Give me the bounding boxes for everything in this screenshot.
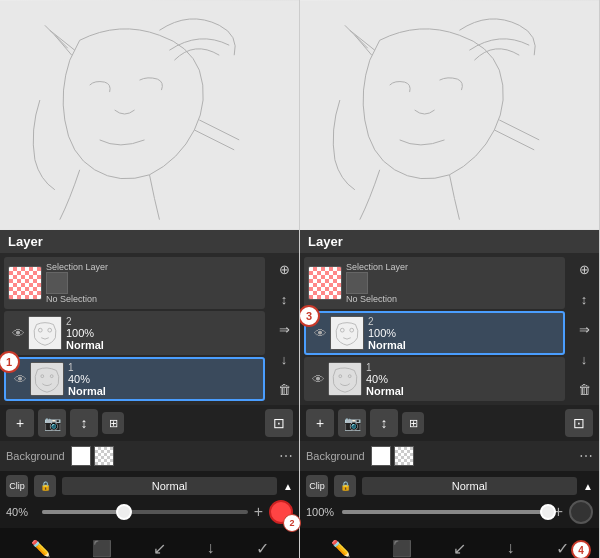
left-move-btn[interactable]: ↕ bbox=[70, 409, 98, 437]
right-alpha-lock-btn[interactable]: 🔒 bbox=[334, 475, 356, 497]
left-alpha-lock-btn[interactable]: 🔒 bbox=[34, 475, 56, 497]
left-layer1-opacity: 40% bbox=[68, 373, 255, 385]
left-layer2-eye[interactable]: 👁 bbox=[8, 323, 28, 343]
right-more-btn[interactable]: ⋯ bbox=[579, 448, 593, 464]
right-opacity-slider[interactable] bbox=[342, 510, 548, 514]
left-layer1-row[interactable]: 1 👁 bbox=[4, 357, 265, 401]
left-sidebar-trash[interactable]: 🗑 bbox=[272, 377, 296, 401]
right-layer1-opacity: 40% bbox=[366, 373, 557, 385]
step-badge-2: 2 bbox=[283, 514, 301, 532]
svg-rect-12 bbox=[300, 0, 599, 229]
right-fill-tool[interactable]: ⬛ bbox=[392, 539, 412, 558]
left-opacity-handle[interactable] bbox=[116, 504, 132, 520]
right-sidebar-arrow[interactable]: ⇒ bbox=[572, 317, 596, 341]
left-blend-chevron[interactable]: ▲ bbox=[283, 481, 293, 492]
right-opacity-handle[interactable] bbox=[540, 504, 556, 520]
right-transform-tool[interactable]: ↓ bbox=[507, 539, 515, 557]
left-layer-title: Layer bbox=[8, 234, 43, 249]
left-layer2-thumb bbox=[28, 316, 62, 350]
left-camera-btn[interactable]: 📷 bbox=[38, 409, 66, 437]
right-layer2-name: 2 bbox=[368, 316, 555, 327]
right-confirm-tool[interactable]: ✓ bbox=[556, 539, 569, 558]
right-selection-info: Selection Layer No Selection bbox=[342, 262, 412, 304]
left-sel-val: No Selection bbox=[46, 294, 108, 304]
left-layer1-info: 1 40% Normal bbox=[64, 362, 259, 397]
right-blend-chevron[interactable]: ▲ bbox=[583, 481, 593, 492]
right-layer1-blend: Normal bbox=[366, 385, 557, 397]
right-brush-tool[interactable]: ✏️ bbox=[331, 539, 351, 558]
right-blend-mode[interactable]: Normal bbox=[362, 477, 577, 495]
right-layer1-eye[interactable]: 👁 bbox=[308, 369, 328, 389]
left-canvas bbox=[0, 0, 299, 230]
right-bottom-bar: Clip 🔒 Normal ▲ 100% + bbox=[300, 471, 599, 528]
left-sidebar-down[interactable]: ↓ bbox=[272, 347, 296, 371]
right-camera-btn[interactable]: 📷 bbox=[338, 409, 366, 437]
left-layer2-opacity: 100% bbox=[66, 327, 257, 339]
right-bg-swatch[interactable] bbox=[371, 446, 391, 466]
right-select-tool[interactable]: ↙ bbox=[453, 539, 466, 558]
right-move-btn[interactable]: ↕ bbox=[370, 409, 398, 437]
right-layer1-row[interactable]: 👁 1 bbox=[304, 357, 565, 401]
right-layer-header: Layer bbox=[300, 230, 599, 253]
left-bottom-top: Clip 🔒 Normal ▲ bbox=[6, 475, 293, 497]
left-fill-tool[interactable]: ⬛ bbox=[92, 539, 112, 558]
right-bottom-top: Clip 🔒 Normal ▲ bbox=[306, 475, 593, 497]
left-circle-btn[interactable]: 2 bbox=[269, 500, 293, 524]
left-confirm-tool[interactable]: ✓ bbox=[256, 539, 269, 558]
right-circle-btn[interactable] bbox=[569, 500, 593, 524]
left-transform-tool[interactable]: ↓ bbox=[207, 539, 215, 557]
left-bg-label: Background bbox=[6, 450, 65, 462]
right-layer2-thumb bbox=[330, 316, 364, 350]
left-layer1-blend: Normal bbox=[68, 385, 255, 397]
left-blend-mode[interactable]: Normal bbox=[62, 477, 277, 495]
left-bg-checker[interactable] bbox=[94, 446, 114, 466]
left-clipping-btn[interactable]: Clip bbox=[6, 475, 28, 497]
right-sidebar-move[interactable]: ↕ bbox=[572, 287, 596, 311]
left-bottom-bar: Clip 🔒 Normal ▲ 40% + 2 bbox=[0, 471, 299, 528]
left-sidebar-move[interactable]: ↕ bbox=[272, 287, 296, 311]
left-opacity-label: 40% bbox=[6, 506, 36, 518]
left-right-sidebar: ⊕ ↕ ⇒ ↓ 🗑 bbox=[269, 253, 299, 405]
left-layer-body: Selection Layer No Selection 👁 bbox=[0, 253, 299, 405]
right-add-layer-btn[interactable]: + bbox=[306, 409, 334, 437]
left-layer1-name: 1 bbox=[68, 362, 255, 373]
right-sel-val: No Selection bbox=[346, 294, 408, 304]
right-sketch-art bbox=[300, 0, 599, 230]
right-action3[interactable]: ⊞ bbox=[402, 412, 424, 434]
right-bg-checker[interactable] bbox=[394, 446, 414, 466]
left-action3[interactable]: ⊞ bbox=[102, 412, 124, 434]
left-bottom-tools: ✏️ ⬛ ↙ ↓ ✓ bbox=[0, 528, 299, 558]
right-clipping-btn[interactable]: Clip bbox=[306, 475, 328, 497]
left-opacity-slider[interactable] bbox=[42, 510, 248, 514]
left-selection-layer-row[interactable]: Selection Layer No Selection bbox=[4, 257, 265, 309]
left-bg-swatch[interactable] bbox=[71, 446, 91, 466]
left-actions-row: + 📷 ↕ ⊞ ⊡ bbox=[0, 405, 299, 441]
right-layer1-info: 1 40% Normal bbox=[362, 362, 561, 397]
left-add-layer-btn[interactable]: + bbox=[6, 409, 34, 437]
right-sidebar-add[interactable]: ⊕ bbox=[572, 257, 596, 281]
right-actions-row: + 📷 ↕ ⊞ ⊡ bbox=[300, 405, 599, 441]
right-selection-layer-row[interactable]: Selection Layer No Selection bbox=[304, 257, 565, 309]
left-select-tool[interactable]: ↙ bbox=[153, 539, 166, 558]
left-action4[interactable]: ⊡ bbox=[265, 409, 293, 437]
right-sel-box bbox=[346, 272, 368, 294]
right-bottom-tools: ✏️ ⬛ ↙ ↓ ✓ 4 bbox=[300, 528, 599, 558]
left-opacity-fill bbox=[42, 510, 124, 514]
left-sidebar-arrow[interactable]: ⇒ bbox=[272, 317, 296, 341]
left-brush-tool[interactable]: ✏️ bbox=[31, 539, 51, 558]
right-layer-list: Selection Layer No Selection 3 👁 bbox=[300, 253, 569, 405]
left-layer-list: Selection Layer No Selection 👁 bbox=[0, 253, 269, 405]
left-layer2-row[interactable]: 👁 2 bbox=[4, 311, 265, 355]
step-badge-4: 4 bbox=[571, 540, 591, 558]
right-layer2-row[interactable]: 3 👁 bbox=[304, 311, 565, 355]
right-bg-label: Background bbox=[306, 450, 365, 462]
left-more-btn[interactable]: ⋯ bbox=[279, 448, 293, 464]
left-plus-btn[interactable]: + bbox=[254, 503, 263, 521]
left-selection-thumb bbox=[8, 266, 42, 300]
right-action4[interactable]: ⊡ bbox=[565, 409, 593, 437]
right-sidebar-down[interactable]: ↓ bbox=[572, 347, 596, 371]
left-sidebar-add[interactable]: ⊕ bbox=[272, 257, 296, 281]
right-layer1-name: 1 bbox=[366, 362, 557, 373]
svg-rect-0 bbox=[0, 0, 299, 229]
right-sidebar-trash[interactable]: 🗑 bbox=[572, 377, 596, 401]
